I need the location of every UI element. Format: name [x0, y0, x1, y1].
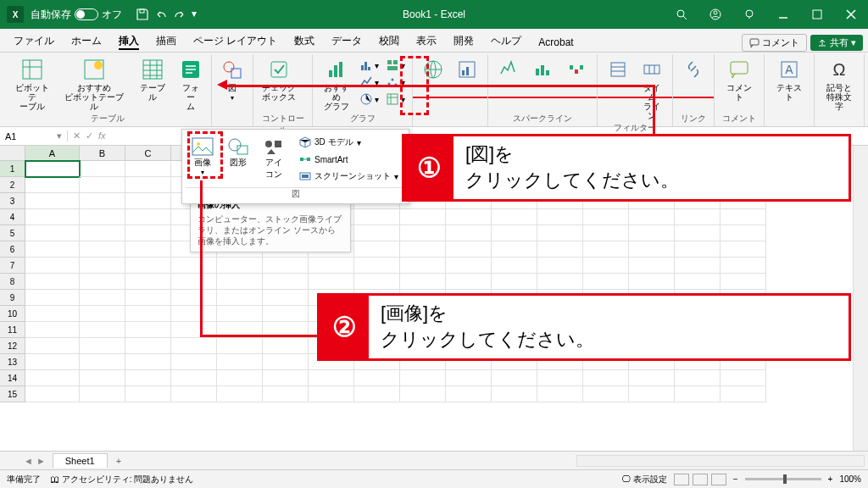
pivot-chart-button[interactable]: [452, 56, 482, 83]
cell-L8[interactable]: [537, 274, 583, 290]
cell-B10[interactable]: [80, 306, 125, 322]
cell-K8[interactable]: [492, 274, 537, 290]
cell-B14[interactable]: [80, 370, 125, 386]
sheet-tab-sheet1[interactable]: Sheet1: [53, 453, 108, 468]
cell-A1[interactable]: [25, 161, 80, 177]
cell-G14[interactable]: [309, 370, 354, 386]
cell-P5[interactable]: [721, 225, 766, 241]
cell-P14[interactable]: [721, 370, 766, 386]
cell-G15[interactable]: [309, 386, 354, 402]
save-icon[interactable]: [136, 8, 149, 21]
row-header-3[interactable]: 3: [0, 193, 25, 209]
tab-review[interactable]: 校閲: [370, 30, 408, 52]
cell-E9[interactable]: [217, 290, 263, 306]
row-header-7[interactable]: 7: [0, 258, 25, 274]
maximize-button[interactable]: [800, 0, 834, 29]
cell-E15[interactable]: [217, 386, 263, 402]
cell-N15[interactable]: [629, 386, 675, 402]
cell-F14[interactable]: [263, 370, 309, 386]
cell-C2[interactable]: [125, 177, 171, 193]
cell-F8[interactable]: [263, 274, 309, 290]
cell-C3[interactable]: [125, 193, 171, 209]
cell-A4[interactable]: [25, 209, 80, 225]
insert-smartart-button[interactable]: SmartArt: [296, 152, 402, 167]
cell-J5[interactable]: [446, 225, 492, 241]
cell-K4[interactable]: [492, 209, 537, 225]
sheet-nav[interactable]: ◄►: [17, 456, 53, 466]
insert-icons-button[interactable]: アイコン: [257, 133, 291, 186]
insert-screenshot-button[interactable]: スクリーンショット ▾: [296, 169, 402, 184]
cell-C1[interactable]: [125, 161, 171, 177]
comment-button[interactable]: コメント: [742, 34, 807, 52]
cell-C14[interactable]: [125, 370, 171, 386]
cell-M4[interactable]: [583, 209, 629, 225]
cell-O5[interactable]: [675, 225, 721, 241]
tab-help[interactable]: ヘルプ: [482, 30, 530, 52]
cell-J4[interactable]: [446, 209, 492, 225]
cell-B8[interactable]: [80, 274, 125, 290]
cell-D8[interactable]: [171, 274, 217, 290]
chart-line-icon[interactable]: ▾: [358, 75, 381, 90]
cell-N7[interactable]: [629, 258, 675, 274]
cell-M5[interactable]: [583, 225, 629, 241]
cell-C10[interactable]: [125, 306, 171, 322]
cell-A15[interactable]: [25, 386, 80, 402]
tab-pagelayout[interactable]: ページ レイアウト: [185, 30, 286, 52]
minimize-button[interactable]: [766, 0, 800, 29]
cell-A8[interactable]: [25, 274, 80, 290]
status-accessibility[interactable]: 🕮 アクセシビリティ: 問題ありません: [51, 474, 193, 485]
cancel-icon[interactable]: ✕: [73, 130, 81, 141]
cell-O7[interactable]: [675, 258, 721, 274]
cell-F13[interactable]: [263, 354, 309, 370]
cell-A14[interactable]: [25, 370, 80, 386]
row-header-10[interactable]: 10: [0, 306, 25, 322]
link-button[interactable]: [678, 56, 709, 83]
cell-A10[interactable]: [25, 306, 80, 322]
cell-D15[interactable]: [171, 386, 217, 402]
name-box[interactable]: A1▾: [0, 130, 68, 141]
cell-B15[interactable]: [80, 386, 125, 402]
cell-F7[interactable]: [263, 258, 309, 274]
cell-L15[interactable]: [537, 386, 583, 402]
cell-A6[interactable]: [25, 241, 80, 258]
cell-F10[interactable]: [263, 306, 309, 322]
ribbon-comment-button[interactable]: コメント: [720, 56, 759, 103]
cell-A2[interactable]: [25, 177, 80, 193]
cell-O15[interactable]: [675, 386, 721, 402]
row-header-4[interactable]: 4: [0, 209, 25, 225]
tab-data[interactable]: データ: [323, 30, 370, 52]
share-button[interactable]: 共有▾: [810, 35, 863, 51]
cell-B5[interactable]: [80, 225, 125, 241]
cell-G8[interactable]: [309, 274, 354, 290]
cell-H8[interactable]: [354, 274, 400, 290]
tab-draw[interactable]: 描画: [147, 30, 185, 52]
cell-M14[interactable]: [583, 370, 629, 386]
cell-H14[interactable]: [354, 370, 400, 386]
checkbox-button[interactable]: チェックボックス: [259, 56, 299, 103]
close-button[interactable]: [834, 0, 868, 29]
cell-J14[interactable]: [446, 370, 492, 386]
cell-O6[interactable]: [675, 241, 721, 258]
pivot-table-button[interactable]: ピボットテーブル: [8, 56, 55, 113]
cell-J8[interactable]: [446, 274, 492, 290]
chart-pie-icon[interactable]: ▾: [358, 92, 381, 107]
col-header-B[interactable]: B: [80, 146, 125, 160]
cell-A13[interactable]: [25, 354, 80, 370]
cell-C11[interactable]: [125, 322, 171, 338]
recommended-pivot-button[interactable]: おすすめピボットテーブル: [58, 56, 130, 113]
cell-I8[interactable]: [400, 274, 446, 290]
cell-B11[interactable]: [80, 322, 125, 338]
enter-icon[interactable]: ✓: [86, 130, 93, 141]
cell-C9[interactable]: [125, 290, 171, 306]
cell-L5[interactable]: [537, 225, 583, 241]
cell-D10[interactable]: [171, 306, 217, 322]
cell-C15[interactable]: [125, 386, 171, 402]
zoom-level[interactable]: 100%: [839, 474, 861, 484]
zoom-in-button[interactable]: +: [828, 474, 833, 484]
tab-view[interactable]: 表示: [408, 30, 445, 52]
chart-bar-icon[interactable]: ▾: [358, 58, 381, 73]
cell-D9[interactable]: [171, 290, 217, 306]
view-pagebreak-icon[interactable]: [711, 474, 726, 485]
row-header-15[interactable]: 15: [0, 386, 25, 402]
cell-P4[interactable]: [721, 209, 766, 225]
